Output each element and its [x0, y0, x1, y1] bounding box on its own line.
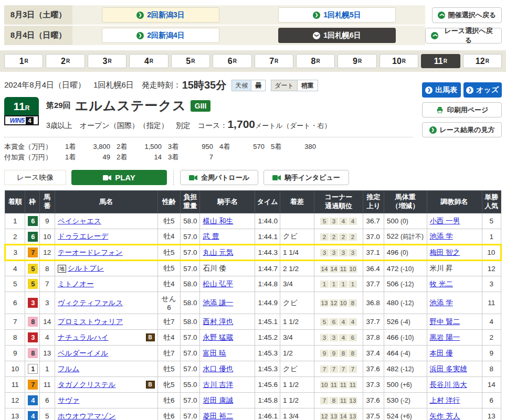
corner-position: 4 — [339, 334, 347, 341]
body-weight: 496 (0) — [384, 245, 427, 261]
trainer-name[interactable]: 上村 洋行 — [430, 396, 460, 404]
race-tab-number: 4 — [144, 57, 149, 66]
jockey-name[interactable]: 水口 優也 — [203, 365, 233, 373]
horse-name-link[interactable]: タガノクリステル — [58, 380, 116, 390]
horse-name-link[interactable]: シルトプレ — [68, 264, 104, 273]
back-to-kaisai-select-button[interactable]: ❯ 開催選択へ戻る — [432, 7, 502, 23]
jockey-name[interactable]: 岩田 康誠 — [203, 396, 233, 404]
race-tab-5r[interactable]: 5R — [171, 54, 210, 68]
trainer-name[interactable]: 牧 光二 — [430, 280, 453, 288]
venue-button-label: 1回札幌5日 — [323, 10, 361, 20]
body-weight-diff: (-2) — [400, 397, 410, 404]
arrow-right-icon: ❯ — [136, 32, 144, 39]
jockey-name[interactable]: 横山 和生 — [203, 217, 233, 225]
print-page-button[interactable]: 印刷用ページ — [422, 102, 502, 117]
corner-position: 8 — [330, 397, 338, 404]
horse-name-link[interactable]: プロミストウォリア — [58, 317, 123, 327]
corner-position: 13 — [349, 413, 357, 420]
venue-button-sapporo-5[interactable]: ❯ 1回札幌5日 — [278, 7, 396, 23]
corner-position: 4 — [339, 218, 347, 225]
play-button[interactable]: PLAY — [71, 170, 167, 185]
race-tab-6r[interactable]: 6R — [213, 54, 251, 68]
race-tab-12r[interactable]: 12R — [463, 54, 502, 68]
results-table: 着順枠馬番馬名性齢負担重量騎手名タイム着差コーナー通過順位推定上り馬体重（増減）… — [4, 190, 502, 420]
corner-order: 2222 — [314, 229, 363, 245]
race-tab-3r[interactable]: 3R — [88, 54, 126, 68]
horse-name-link[interactable]: サヴァ — [58, 396, 79, 405]
column-header: 単勝人気 — [482, 191, 501, 213]
jockey-name[interactable]: 武 豊 — [203, 232, 219, 240]
corner-position: 8 — [349, 299, 357, 307]
horse-name-link[interactable]: ドゥラエレーデ — [58, 232, 108, 241]
venue-button-niigata-3[interactable]: ❯ 2回新潟3日 — [102, 7, 219, 23]
venue-button-niigata-4[interactable]: ❯ 2回新潟4日 — [102, 28, 219, 43]
odds-button[interactable]: ❯ オッズ — [463, 82, 502, 98]
trainer-name[interactable]: 梅田 智之 — [430, 249, 460, 256]
trainer-name[interactable]: 本田 優 — [430, 349, 453, 357]
horse-name-link[interactable]: ベルダーイメル — [58, 349, 108, 358]
race-tab-8r[interactable]: 8R — [296, 54, 335, 68]
jockey-name[interactable]: 古川 吉洋 — [203, 381, 233, 389]
venue-button-sapporo-6-selected[interactable]: ❯ 1回札幌6日 — [278, 28, 396, 43]
corner-position: 3 — [320, 249, 329, 256]
race-tab-11r[interactable]: 11R — [421, 54, 460, 68]
trainer-name[interactable]: 黒岩 陽一 — [430, 333, 460, 341]
trainer-name[interactable]: 野中 賢二 — [430, 318, 460, 326]
jockey-name[interactable]: 松山 弘平 — [203, 280, 233, 288]
race-tab-suffix: R — [317, 58, 320, 64]
corner-position: 4 — [349, 318, 357, 326]
race-info: 2024年8月4日（日曜） 1回札幌6日 発走時刻： 15時35分 天候 曇 ダ… — [0, 78, 506, 163]
frame-number-cell: 4 — [25, 408, 39, 420]
jockey-name[interactable]: 菱田 裕二 — [203, 412, 233, 420]
weather-value: 曇 — [251, 80, 265, 91]
frame-number: 5 — [28, 264, 38, 274]
corner-order: 781113 — [314, 393, 363, 408]
horse-name-link[interactable]: フルム — [58, 364, 79, 374]
finish-position: 4 — [5, 261, 25, 276]
trainer-name[interactable]: 長谷川 浩大 — [430, 381, 467, 389]
horse-name-link[interactable]: テーオードレフォン — [58, 248, 123, 257]
race-tab-10r[interactable]: 10R — [380, 54, 418, 68]
finish-position: 8 — [5, 330, 25, 346]
trainer-name[interactable]: 池添 学 — [430, 299, 453, 307]
result-guide-button[interactable]: ❯ レース結果の見方 — [422, 122, 502, 137]
race-tab-1r[interactable]: 1R — [4, 54, 43, 68]
horse-cell: サヴァ — [58, 396, 155, 405]
horse-cell: ペイシャエス — [58, 217, 155, 226]
race-tab-7r[interactable]: 7R — [255, 54, 293, 68]
trainer-name[interactable]: 池添 学 — [430, 232, 453, 240]
shutsuba-button[interactable]: ❯ 出馬表 — [422, 82, 461, 98]
jockey-name[interactable]: 永野 猛蔵 — [203, 333, 233, 341]
race-tab-2r[interactable]: 2R — [46, 54, 85, 68]
last-3f: 37.3 — [363, 377, 384, 393]
time: 1:45.2 — [255, 330, 280, 346]
horse-name-link[interactable]: ペイシャエス — [58, 217, 101, 226]
horse-name-link[interactable]: ミトノオー — [58, 279, 94, 289]
horse-name-cell: テーオードレフォン — [55, 245, 157, 261]
carried-weight: 58.0 — [181, 292, 200, 314]
trainer-name[interactable]: 小西 一男 — [430, 217, 460, 225]
win5-number: 4 — [26, 117, 33, 124]
corner-order: 1312108 — [314, 292, 363, 314]
horse-name-link[interactable]: ヴィクティファルス — [58, 298, 123, 308]
race-tab-9r[interactable]: 9R — [338, 54, 376, 68]
jockey-name[interactable]: 池添 謙一 — [203, 299, 233, 307]
arrow-up-icon: ❯ — [431, 32, 438, 39]
patrol-video-button[interactable]: 全周パトロール — [180, 170, 258, 185]
weather-label: 天候 — [232, 80, 251, 91]
jockey-interview-button[interactable]: 騎手インタビュー — [263, 170, 349, 185]
race-tab-4r[interactable]: 4R — [129, 54, 168, 68]
trainer-name[interactable]: 矢作 芳人 — [430, 412, 460, 420]
jockey-name[interactable]: 西村 淳也 — [203, 318, 233, 326]
horse-name-link[interactable]: ナチュラルハイ — [58, 333, 109, 342]
corner-position: 9 — [320, 350, 329, 357]
horse-name-link[interactable]: ホウオウアマゾン — [58, 412, 116, 420]
jockey-name[interactable]: 丸山 元気 — [203, 249, 233, 256]
margin: クビ — [280, 361, 314, 377]
horse-number: 13 — [39, 346, 55, 361]
back-to-race-select-button[interactable]: ❯ レース選択へ戻る — [425, 28, 502, 44]
jockey-name[interactable]: 富田 暁 — [203, 349, 226, 357]
trainer-name[interactable]: 浜田 多実雄 — [430, 365, 467, 373]
corner-position: 1 — [339, 281, 347, 288]
column-header: 性齢 — [157, 191, 180, 213]
